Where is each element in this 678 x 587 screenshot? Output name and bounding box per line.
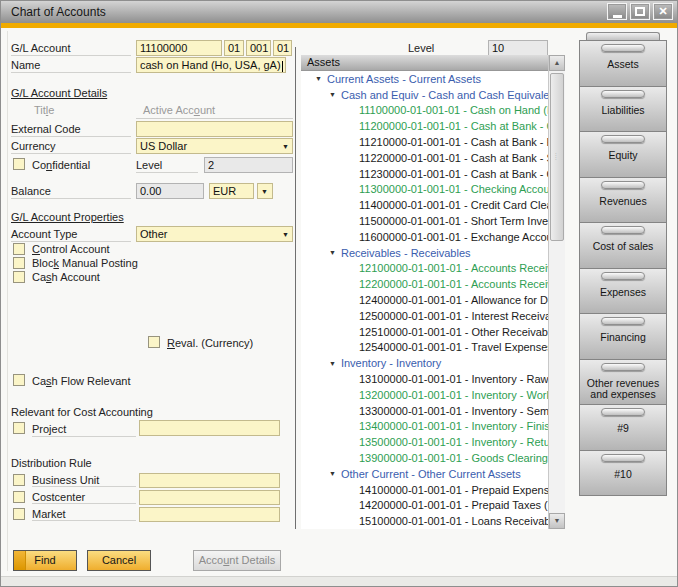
tree-account-row[interactable]: 12500000-01-001-01 - Interest Receivable… xyxy=(301,308,548,324)
external-code-input[interactable] xyxy=(136,121,293,137)
distribution-rows: Business UnitCostcenterMarket xyxy=(13,473,295,524)
collapse-arrow-icon[interactable]: ▼ xyxy=(329,470,336,477)
project-input[interactable] xyxy=(139,420,280,436)
tree-account-row[interactable]: 11300000-01-001-01 - Checking Account Cl… xyxy=(301,182,548,198)
tree-row-text: 11220000-01-001-01 - Cash at Bank - Savi… xyxy=(359,152,548,164)
drawer-cost-of-sales[interactable]: Cost of sales xyxy=(579,222,667,269)
find-button[interactable]: Find xyxy=(13,550,77,571)
tree-account-row[interactable]: 11230000-01-001-01 - Cash at Bank - Cred… xyxy=(301,166,548,182)
drawer-other-revenues-and-expenses[interactable]: Other revenues and expenses xyxy=(579,359,667,406)
tree-account-row[interactable]: 12540000-01-001-01 - Travel Expenses - A… xyxy=(301,340,548,356)
tree-account-row[interactable]: 14200000-01-001-01 - Prepaid Taxes (HO, … xyxy=(301,498,548,514)
drawer-handle xyxy=(601,363,645,371)
tree-account-row[interactable]: 13300000-01-001-01 - Inventory - Semi Fi… xyxy=(301,403,548,419)
tree-row-text: 11210000-01-001-01 - Cash at Bank - Payr… xyxy=(359,136,548,148)
collapse-arrow-icon[interactable]: ▼ xyxy=(329,91,336,98)
tree-account-row[interactable]: 13400000-01-001-01 - Inventory - Finishe… xyxy=(301,419,548,435)
confidential-checkbox[interactable] xyxy=(13,158,25,170)
balance-currency-field[interactable]: EUR xyxy=(209,183,254,199)
maximize-button[interactable] xyxy=(630,3,650,20)
tree-account-row[interactable]: 11210000-01-001-01 - Cash at Bank - Payr… xyxy=(301,134,548,150)
checkbox[interactable] xyxy=(13,257,25,269)
tree-row-text: 15100000-01-001-01 - Loans Receivable - … xyxy=(359,515,548,527)
tree-row-text: 13300000-01-001-01 - Inventory - Semi Fi… xyxy=(359,405,548,417)
gl-account-segment-4[interactable]: 01 xyxy=(273,40,292,56)
tree-category-row[interactable]: ▼Other Current - Other Current Assets xyxy=(301,466,548,482)
tree-category-row[interactable]: ▼Receivables - Receivables xyxy=(301,245,548,261)
level-top-label: Level xyxy=(408,42,484,56)
cancel-button[interactable]: Cancel xyxy=(87,550,151,571)
level-label: Level xyxy=(136,159,198,173)
distribution-row-label: Business Unit xyxy=(32,474,136,487)
tree-account-row[interactable]: 13200000-01-001-01 - Inventory - Work In xyxy=(301,387,548,403)
reval-currency-checkbox[interactable] xyxy=(148,336,160,348)
tree-account-row[interactable]: 12100000-01-001-01 - Accounts Receivable… xyxy=(301,261,548,277)
gl-account-segment-1[interactable]: 11100000 xyxy=(136,40,222,56)
tree-account-row[interactable]: 11220000-01-001-01 - Cash at Bank - Savi… xyxy=(301,150,548,166)
window-title: Chart of Accounts xyxy=(11,5,106,19)
tree-account-row[interactable]: 13100000-01-001-01 - Inventory - Raw Mat… xyxy=(301,371,548,387)
tree-account-row[interactable]: 12510000-01-001-01 - Other Receivables (… xyxy=(301,324,548,340)
checkbox[interactable] xyxy=(13,243,25,255)
distribution-row-input[interactable] xyxy=(139,473,280,488)
thumb-grip-icon: : : xyxy=(555,152,562,160)
drawer-expenses[interactable]: Expenses xyxy=(579,268,667,315)
tree-category-row[interactable]: ▼Current Assets - Current Assets xyxy=(301,71,548,87)
distribution-row-label: Market xyxy=(32,508,136,521)
distribution-row-input[interactable] xyxy=(139,490,280,505)
scroll-down-button[interactable]: ▼ xyxy=(549,513,565,529)
tree-account-row[interactable]: 13900000-01-001-01 - Goods Clearing Acco… xyxy=(301,450,548,466)
tree-scrollbar[interactable]: ▲ : : ▼ xyxy=(548,55,565,529)
tree-row-text: 11200000-01-001-01 - Cash at Bank - Chec… xyxy=(359,120,548,132)
balance-currency-dropdown-button[interactable]: ▼ xyxy=(257,183,273,199)
collapse-arrow-icon[interactable]: ▼ xyxy=(329,360,336,367)
level-field: 2 xyxy=(204,157,293,173)
scrollbar-thumb[interactable]: : : xyxy=(550,73,564,241)
drawer-liabilities[interactable]: Liabilities xyxy=(579,86,667,133)
currency-dropdown[interactable]: US Dollar▼ xyxy=(136,138,293,154)
close-button[interactable]: ✕ xyxy=(653,3,673,20)
tree-account-row[interactable]: 11600000-01-001-01 - Exchange Account (H xyxy=(301,229,548,245)
drawer-financing[interactable]: Financing xyxy=(579,313,667,360)
tree-account-row[interactable]: 13500000-01-001-01 - Inventory - Returns… xyxy=(301,434,548,450)
tree-row-text: 12100000-01-001-01 - Accounts Receivable… xyxy=(359,262,548,274)
tree-category-row[interactable]: ▼Inventory - Inventory xyxy=(301,355,548,371)
drawer-equity[interactable]: Equity xyxy=(579,131,667,178)
checkbox[interactable] xyxy=(13,271,25,283)
project-checkbox[interactable] xyxy=(13,422,25,434)
tree-account-row[interactable]: 11400000-01-001-01 - Credit Card Clearin… xyxy=(301,197,548,213)
tree-account-row[interactable]: 11100000-01-001-01 - Cash on Hand (HO, U xyxy=(301,103,548,119)
title-bar[interactable]: Chart of Accounts ✕ xyxy=(1,1,677,23)
tree-account-row[interactable]: 15100000-01-001-01 - Loans Receivable - … xyxy=(301,513,548,529)
scroll-up-button[interactable]: ▲ xyxy=(549,55,565,71)
collapse-arrow-icon[interactable]: ▼ xyxy=(329,249,336,256)
gl-account-segment-3[interactable]: 001 xyxy=(246,40,271,56)
checkbox[interactable] xyxy=(13,508,25,520)
account-type-dropdown[interactable]: Other▼ xyxy=(136,226,293,242)
distribution-row-input[interactable] xyxy=(139,507,280,522)
cash-flow-relevant-checkbox[interactable] xyxy=(13,374,25,386)
drawer-assets[interactable]: Assets xyxy=(579,40,667,87)
tree-account-row[interactable]: 12400000-01-001-01 - Allowance for Doubt… xyxy=(301,292,548,308)
dropdown-arrow-icon: ▼ xyxy=(282,231,289,238)
tree-account-row[interactable]: 11500000-01-001-01 - Short Term Investme… xyxy=(301,213,548,229)
tree-rows: ▼Current Assets - Current Assets▼Cash an… xyxy=(301,71,548,529)
tree-category-row[interactable]: ▼Cash and Equiv - Cash and Cash Equivale… xyxy=(301,87,548,103)
drawer--10[interactable]: #10 xyxy=(579,450,667,497)
tree-account-row[interactable]: 12200000-01-001-01 - Accounts Receivable… xyxy=(301,276,548,292)
external-code-label: External Code xyxy=(11,123,131,137)
default-button-strip xyxy=(14,551,26,570)
collapse-arrow-icon[interactable]: ▼ xyxy=(315,75,322,82)
checkbox[interactable] xyxy=(13,491,25,503)
name-input[interactable]: cash on Hand (Ho, USA, gA) xyxy=(136,57,286,73)
checkbox-label: Block Manual Posting xyxy=(32,257,138,269)
drawer--9[interactable]: #9 xyxy=(579,404,667,451)
gl-account-segment-2[interactable]: 01 xyxy=(224,40,244,56)
drawer-revenues[interactable]: Revenues xyxy=(579,177,667,224)
tree-row-text: Receivables - Receivables xyxy=(341,247,471,259)
tree-account-row[interactable]: 11200000-01-001-01 - Cash at Bank - Chec… xyxy=(301,118,548,134)
minimize-button[interactable] xyxy=(607,3,627,20)
checkbox[interactable] xyxy=(13,474,25,486)
tree-account-row[interactable]: 14100000-01-001-01 - Prepaid Expenses (H… xyxy=(301,482,548,498)
tree-row-text: 12540000-01-001-01 - Travel Expenses - A… xyxy=(359,341,548,353)
